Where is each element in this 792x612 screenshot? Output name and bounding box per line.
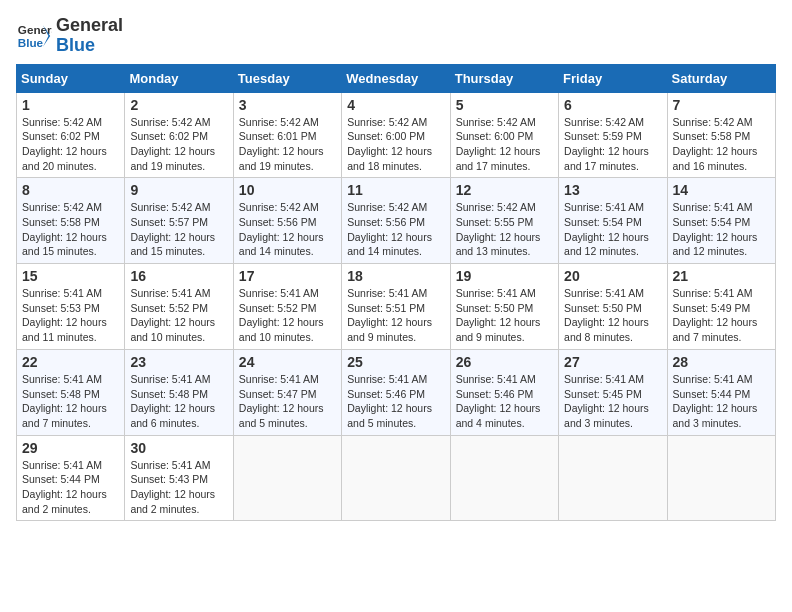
day-number: 3 (239, 97, 336, 113)
calendar-cell: 10Sunrise: 5:42 AM Sunset: 5:56 PM Dayli… (233, 178, 341, 264)
calendar-cell: 21Sunrise: 5:41 AM Sunset: 5:49 PM Dayli… (667, 264, 775, 350)
week-row-5: 29Sunrise: 5:41 AM Sunset: 5:44 PM Dayli… (17, 435, 776, 521)
day-number: 4 (347, 97, 444, 113)
header-tuesday: Tuesday (233, 64, 341, 92)
day-info: Sunrise: 5:41 AM Sunset: 5:44 PM Dayligh… (22, 458, 119, 517)
calendar-cell: 2Sunrise: 5:42 AM Sunset: 6:02 PM Daylig… (125, 92, 233, 178)
day-number: 25 (347, 354, 444, 370)
week-row-1: 1Sunrise: 5:42 AM Sunset: 6:02 PM Daylig… (17, 92, 776, 178)
day-info: Sunrise: 5:41 AM Sunset: 5:54 PM Dayligh… (673, 200, 770, 259)
day-info: Sunrise: 5:41 AM Sunset: 5:43 PM Dayligh… (130, 458, 227, 517)
calendar-table: SundayMondayTuesdayWednesdayThursdayFrid… (16, 64, 776, 522)
day-number: 23 (130, 354, 227, 370)
day-info: Sunrise: 5:41 AM Sunset: 5:44 PM Dayligh… (673, 372, 770, 431)
day-info: Sunrise: 5:42 AM Sunset: 5:58 PM Dayligh… (22, 200, 119, 259)
calendar-cell (342, 435, 450, 521)
day-number: 1 (22, 97, 119, 113)
day-number: 22 (22, 354, 119, 370)
calendar-cell (667, 435, 775, 521)
calendar-cell: 12Sunrise: 5:42 AM Sunset: 5:55 PM Dayli… (450, 178, 558, 264)
day-info: Sunrise: 5:41 AM Sunset: 5:50 PM Dayligh… (456, 286, 553, 345)
calendar-body: 1Sunrise: 5:42 AM Sunset: 6:02 PM Daylig… (17, 92, 776, 521)
day-number: 9 (130, 182, 227, 198)
day-number: 7 (673, 97, 770, 113)
logo: General Blue GeneralBlue (16, 16, 123, 56)
calendar-cell: 3Sunrise: 5:42 AM Sunset: 6:01 PM Daylig… (233, 92, 341, 178)
day-info: Sunrise: 5:41 AM Sunset: 5:48 PM Dayligh… (22, 372, 119, 431)
day-number: 10 (239, 182, 336, 198)
calendar-cell: 9Sunrise: 5:42 AM Sunset: 5:57 PM Daylig… (125, 178, 233, 264)
day-number: 11 (347, 182, 444, 198)
header-sunday: Sunday (17, 64, 125, 92)
header-wednesday: Wednesday (342, 64, 450, 92)
day-info: Sunrise: 5:42 AM Sunset: 5:58 PM Dayligh… (673, 115, 770, 174)
calendar-cell: 8Sunrise: 5:42 AM Sunset: 5:58 PM Daylig… (17, 178, 125, 264)
calendar-cell: 6Sunrise: 5:42 AM Sunset: 5:59 PM Daylig… (559, 92, 667, 178)
day-number: 29 (22, 440, 119, 456)
day-number: 21 (673, 268, 770, 284)
day-number: 26 (456, 354, 553, 370)
calendar-cell: 22Sunrise: 5:41 AM Sunset: 5:48 PM Dayli… (17, 349, 125, 435)
calendar-cell: 23Sunrise: 5:41 AM Sunset: 5:48 PM Dayli… (125, 349, 233, 435)
calendar-cell: 7Sunrise: 5:42 AM Sunset: 5:58 PM Daylig… (667, 92, 775, 178)
logo-icon: General Blue (16, 18, 52, 54)
day-info: Sunrise: 5:42 AM Sunset: 5:55 PM Dayligh… (456, 200, 553, 259)
header-thursday: Thursday (450, 64, 558, 92)
day-number: 5 (456, 97, 553, 113)
day-number: 30 (130, 440, 227, 456)
day-info: Sunrise: 5:41 AM Sunset: 5:52 PM Dayligh… (239, 286, 336, 345)
day-info: Sunrise: 5:41 AM Sunset: 5:52 PM Dayligh… (130, 286, 227, 345)
week-row-3: 15Sunrise: 5:41 AM Sunset: 5:53 PM Dayli… (17, 264, 776, 350)
day-info: Sunrise: 5:41 AM Sunset: 5:47 PM Dayligh… (239, 372, 336, 431)
calendar-cell: 28Sunrise: 5:41 AM Sunset: 5:44 PM Dayli… (667, 349, 775, 435)
calendar-cell: 25Sunrise: 5:41 AM Sunset: 5:46 PM Dayli… (342, 349, 450, 435)
day-info: Sunrise: 5:42 AM Sunset: 6:02 PM Dayligh… (22, 115, 119, 174)
calendar-cell: 1Sunrise: 5:42 AM Sunset: 6:02 PM Daylig… (17, 92, 125, 178)
svg-text:General: General (18, 23, 52, 36)
calendar-cell: 17Sunrise: 5:41 AM Sunset: 5:52 PM Dayli… (233, 264, 341, 350)
day-number: 27 (564, 354, 661, 370)
day-info: Sunrise: 5:41 AM Sunset: 5:54 PM Dayligh… (564, 200, 661, 259)
day-number: 14 (673, 182, 770, 198)
calendar-cell: 24Sunrise: 5:41 AM Sunset: 5:47 PM Dayli… (233, 349, 341, 435)
day-number: 19 (456, 268, 553, 284)
day-number: 2 (130, 97, 227, 113)
day-info: Sunrise: 5:41 AM Sunset: 5:46 PM Dayligh… (456, 372, 553, 431)
page-header: General Blue GeneralBlue (16, 16, 776, 56)
day-info: Sunrise: 5:42 AM Sunset: 6:00 PM Dayligh… (347, 115, 444, 174)
day-info: Sunrise: 5:42 AM Sunset: 5:59 PM Dayligh… (564, 115, 661, 174)
calendar-cell: 16Sunrise: 5:41 AM Sunset: 5:52 PM Dayli… (125, 264, 233, 350)
day-number: 18 (347, 268, 444, 284)
day-info: Sunrise: 5:42 AM Sunset: 5:56 PM Dayligh… (347, 200, 444, 259)
day-number: 28 (673, 354, 770, 370)
calendar-cell: 30Sunrise: 5:41 AM Sunset: 5:43 PM Dayli… (125, 435, 233, 521)
calendar-cell: 13Sunrise: 5:41 AM Sunset: 5:54 PM Dayli… (559, 178, 667, 264)
calendar-cell: 27Sunrise: 5:41 AM Sunset: 5:45 PM Dayli… (559, 349, 667, 435)
day-info: Sunrise: 5:42 AM Sunset: 6:00 PM Dayligh… (456, 115, 553, 174)
day-info: Sunrise: 5:42 AM Sunset: 5:56 PM Dayligh… (239, 200, 336, 259)
day-info: Sunrise: 5:42 AM Sunset: 5:57 PM Dayligh… (130, 200, 227, 259)
day-number: 24 (239, 354, 336, 370)
calendar-cell: 11Sunrise: 5:42 AM Sunset: 5:56 PM Dayli… (342, 178, 450, 264)
calendar-cell: 26Sunrise: 5:41 AM Sunset: 5:46 PM Dayli… (450, 349, 558, 435)
header-monday: Monday (125, 64, 233, 92)
calendar-cell: 15Sunrise: 5:41 AM Sunset: 5:53 PM Dayli… (17, 264, 125, 350)
day-number: 20 (564, 268, 661, 284)
day-number: 8 (22, 182, 119, 198)
calendar-cell: 14Sunrise: 5:41 AM Sunset: 5:54 PM Dayli… (667, 178, 775, 264)
header-friday: Friday (559, 64, 667, 92)
day-info: Sunrise: 5:42 AM Sunset: 6:01 PM Dayligh… (239, 115, 336, 174)
day-number: 17 (239, 268, 336, 284)
day-number: 13 (564, 182, 661, 198)
day-info: Sunrise: 5:41 AM Sunset: 5:51 PM Dayligh… (347, 286, 444, 345)
day-info: Sunrise: 5:41 AM Sunset: 5:46 PM Dayligh… (347, 372, 444, 431)
day-number: 16 (130, 268, 227, 284)
calendar-cell (233, 435, 341, 521)
day-info: Sunrise: 5:41 AM Sunset: 5:49 PM Dayligh… (673, 286, 770, 345)
week-row-2: 8Sunrise: 5:42 AM Sunset: 5:58 PM Daylig… (17, 178, 776, 264)
calendar-cell: 29Sunrise: 5:41 AM Sunset: 5:44 PM Dayli… (17, 435, 125, 521)
day-number: 12 (456, 182, 553, 198)
calendar-header-row: SundayMondayTuesdayWednesdayThursdayFrid… (17, 64, 776, 92)
day-info: Sunrise: 5:42 AM Sunset: 6:02 PM Dayligh… (130, 115, 227, 174)
calendar-cell (450, 435, 558, 521)
